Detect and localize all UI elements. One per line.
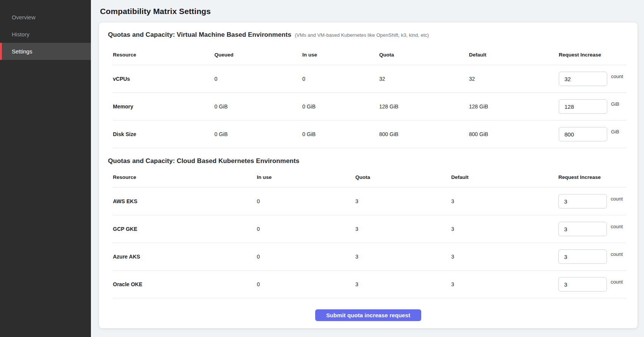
unit-label: count (611, 279, 623, 285)
cell-quota: 3 (355, 281, 451, 287)
cell-in-use: 0 GiB (302, 131, 379, 137)
unit-label: GiB (611, 129, 619, 135)
request-increase-cell: GiB (559, 99, 626, 114)
request-increase-input[interactable] (559, 72, 607, 86)
cell-resource: AWS EKS (113, 198, 257, 204)
cell-in-use: 0 (302, 76, 379, 82)
request-increase-cell: count (558, 249, 626, 264)
main-content: Compatibility Matrix Settings Quotas and… (91, 0, 644, 337)
request-increase-cell: count (558, 222, 626, 236)
sidebar: OverviewHistorySettings (0, 0, 91, 337)
request-increase-input[interactable] (558, 277, 607, 292)
column-header-default: Default (469, 52, 559, 58)
cell-quota: 3 (355, 226, 451, 232)
cell-default: 800 GiB (469, 131, 559, 137)
cell-default: 3 (451, 198, 558, 204)
request-increase-input[interactable] (558, 249, 607, 264)
sidebar-item-history[interactable]: History (0, 26, 91, 43)
table-row-gcp-gke: GCP GKE033count (113, 215, 626, 243)
cell-in-use: 0 (257, 254, 355, 260)
request-increase-cell: count (558, 194, 626, 208)
cell-in-use: 0 (257, 198, 355, 204)
cell-default: 3 (451, 254, 558, 260)
settings-card: Quotas and Capacity: Virtual Machine Bas… (98, 22, 638, 329)
page-title: Compatibility Matrix Settings (98, 7, 638, 16)
request-increase-input[interactable] (558, 222, 607, 236)
k8s-section-title: Quotas and Capacity: Cloud Based Kuberne… (108, 157, 299, 166)
cell-resource: Azure AKS (113, 254, 257, 260)
cell-in-use: 0 (257, 226, 355, 232)
unit-label: count (611, 224, 623, 229)
k8s-table-header-row: ResourceIn useQuotaDefaultRequest Increa… (113, 167, 626, 188)
submit-button-row: Submit quota increase request (99, 309, 638, 321)
cell-default: 32 (469, 76, 559, 82)
sidebar-item-settings[interactable]: Settings (0, 43, 91, 60)
vm-section-subtitle: (VMs and VM-based Kubernetes like OpenSh… (295, 32, 429, 38)
cell-queued: 0 GiB (214, 103, 302, 110)
table-row-vcpus: vCPUs003232count (113, 65, 626, 93)
column-header-resource: Resource (113, 52, 214, 58)
cell-resource: Disk Size (113, 131, 214, 137)
cell-resource: Oracle OKE (113, 281, 257, 287)
unit-label: count (611, 74, 623, 79)
cell-default: 3 (451, 281, 558, 287)
cell-default: 3 (451, 226, 558, 232)
cell-in-use: 0 (257, 281, 355, 287)
table-row-memory: Memory0 GiB0 GiB128 GiB128 GiBGiB (113, 93, 626, 121)
cell-quota: 800 GiB (379, 131, 469, 137)
unit-label: GiB (611, 101, 619, 107)
column-header-in-use: In use (302, 52, 379, 58)
table-row-disk-size: Disk Size0 GiB0 GiB800 GiB800 GiBGiB (113, 121, 626, 148)
request-increase-cell: count (558, 277, 626, 292)
cell-quota: 3 (355, 198, 451, 204)
cell-in-use: 0 GiB (302, 103, 379, 110)
request-increase-input[interactable] (558, 194, 607, 208)
cell-queued: 0 (214, 76, 302, 82)
table-row-aws-eks: AWS EKS033count (113, 188, 626, 215)
submit-quota-increase-button[interactable]: Submit quota increase request (315, 309, 421, 321)
column-header-resource: Resource (113, 174, 257, 180)
column-header-request-increase: Request Increase (558, 174, 626, 180)
cell-resource: GCP GKE (113, 226, 257, 232)
request-increase-input[interactable] (559, 99, 607, 114)
cell-queued: 0 GiB (214, 131, 302, 137)
vm-section-title: Quotas and Capacity: Virtual Machine Bas… (108, 30, 291, 39)
table-row-oracle-oke: Oracle OKE033count (113, 271, 626, 298)
vm-section-header: Quotas and Capacity: Virtual Machine Bas… (99, 22, 638, 39)
column-header-default: Default (451, 174, 558, 180)
cell-resource: vCPUs (113, 76, 214, 82)
request-increase-cell: count (559, 72, 626, 86)
cell-default: 128 GiB (469, 103, 559, 110)
k8s-section-header: Quotas and Capacity: Cloud Based Kuberne… (99, 157, 638, 166)
vm-quota-table: ResourceQueuedIn useQuotaDefaultRequest … (99, 45, 638, 148)
cell-quota: 128 GiB (379, 103, 469, 110)
column-header-request-increase: Request Increase (559, 52, 626, 58)
cell-quota: 3 (355, 254, 451, 260)
request-increase-cell: GiB (559, 127, 626, 141)
cell-quota: 32 (379, 76, 469, 82)
unit-label: count (611, 251, 623, 257)
cell-resource: Memory (113, 103, 214, 110)
request-increase-input[interactable] (559, 127, 607, 141)
table-row-azure-aks: Azure AKS033count (113, 243, 626, 271)
column-header-quota: Quota (379, 52, 469, 58)
unit-label: count (611, 196, 623, 202)
sidebar-item-overview[interactable]: Overview (0, 9, 91, 26)
column-header-quota: Quota (355, 174, 451, 180)
vm-table-header-row: ResourceQueuedIn useQuotaDefaultRequest … (113, 45, 626, 65)
k8s-quota-table: ResourceIn useQuotaDefaultRequest Increa… (99, 167, 638, 298)
column-header-queued: Queued (214, 52, 302, 58)
column-header-in-use: In use (257, 174, 355, 180)
